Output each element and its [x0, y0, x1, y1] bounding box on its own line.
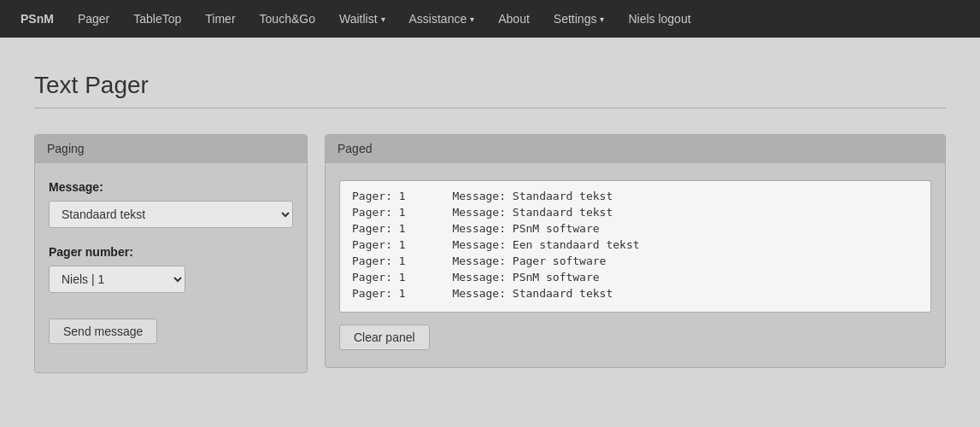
message-group: Message: Standaard tekst	[49, 180, 293, 228]
paged-panel: Paged Pager: 1 Message: Standaard tekstP…	[325, 134, 946, 368]
send-message-button[interactable]: Send message	[49, 319, 157, 344]
nav-item-assistance[interactable]: Assistance ▾	[397, 0, 487, 38]
paged-panel-body: Pager: 1 Message: Standaard tekstPager: …	[326, 163, 945, 367]
paged-log: Pager: 1 Message: Standaard tekstPager: …	[339, 180, 931, 313]
paging-panel: Paging Message: Standaard tekst Pager nu…	[34, 134, 308, 373]
settings-caret-icon: ▾	[600, 15, 604, 24]
paging-panel-body: Message: Standaard tekst Pager number: N…	[35, 163, 307, 361]
nav-item-settings[interactable]: Settings ▾	[542, 0, 617, 38]
log-line: Pager: 1 Message: PSnM software	[352, 271, 918, 284]
log-line: Pager: 1 Message: Standaard tekst	[352, 206, 918, 219]
page-title: Text Pager	[34, 72, 946, 108]
message-select[interactable]: Standaard tekst	[49, 201, 293, 228]
nav-item-timer[interactable]: Timer	[193, 0, 247, 38]
nav-item-touchgo[interactable]: Touch&Go	[248, 0, 327, 38]
navbar: PSnM Pager TableTop Timer Touch&Go Waitl…	[0, 0, 980, 38]
message-label: Message:	[49, 180, 293, 194]
nav-brand: PSnM	[9, 0, 66, 38]
nav-item-logout[interactable]: Niels logout	[616, 0, 702, 38]
nav-item-waitlist[interactable]: Waitlist ▾	[327, 0, 397, 38]
pager-select[interactable]: Niels | 1	[49, 266, 185, 293]
assistance-caret-icon: ▾	[470, 15, 474, 24]
waitlist-caret-icon: ▾	[381, 15, 385, 24]
clear-panel-button[interactable]: Clear panel	[339, 325, 430, 350]
pager-group: Pager number: Niels | 1	[49, 245, 293, 293]
paging-panel-heading: Paging	[35, 135, 307, 163]
nav-item-tabletop[interactable]: TableTop	[121, 0, 193, 38]
log-line: Pager: 1 Message: PSnM software	[352, 222, 918, 235]
log-line: Pager: 1 Message: Pager software	[352, 254, 918, 267]
page-content: Text Pager Paging Message: Standaard tek…	[0, 38, 980, 390]
log-line: Pager: 1 Message: Standaard tekst	[352, 287, 918, 300]
nav-item-about[interactable]: About	[486, 0, 542, 38]
nav-item-pager[interactable]: Pager	[66, 0, 121, 38]
log-line: Pager: 1 Message: Een standaard tekst	[352, 238, 918, 251]
log-line: Pager: 1 Message: Standaard tekst	[352, 190, 918, 202]
paged-panel-heading: Paged	[326, 135, 945, 163]
panels-row: Paging Message: Standaard tekst Pager nu…	[34, 134, 946, 373]
pager-label: Pager number:	[49, 245, 293, 259]
